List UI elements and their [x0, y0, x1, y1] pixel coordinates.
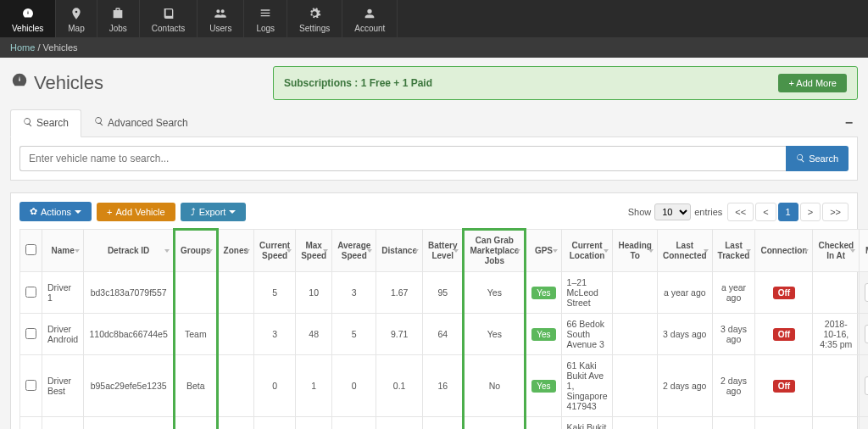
show-entries: Show 10 entries — [628, 203, 723, 220]
tab-search[interactable]: Search — [10, 109, 81, 137]
cell: 16 — [423, 355, 464, 417]
col-max-speed[interactable]: Max Speed — [296, 230, 332, 272]
breadcrumb-home[interactable]: Home — [10, 42, 35, 53]
cell: 0 — [254, 355, 296, 417]
top-nav: VehiclesMapJobsContactsUsersLogsSettings… — [0, 0, 868, 37]
nav-label: Vehicles — [12, 24, 43, 33]
pager-next[interactable]: > — [800, 203, 821, 221]
col-map[interactable]: Map — [860, 230, 868, 272]
table-row: Driver Bestb95ac29efe5e1235Beta0100.116N… — [20, 355, 869, 417]
pager-first[interactable]: << — [727, 203, 754, 221]
cell: 8 days ago — [712, 417, 755, 430]
map-button[interactable] — [865, 283, 868, 302]
cell — [613, 417, 657, 430]
breadcrumb-current: Vehicles — [43, 42, 78, 53]
col-name[interactable]: Name — [42, 230, 84, 272]
search-input[interactable] — [19, 146, 786, 171]
nav-vehicles[interactable]: Vehicles — [0, 0, 56, 37]
cell — [613, 314, 657, 355]
col-battery-level[interactable]: Battery Level — [423, 230, 464, 272]
col-checked-in-at[interactable]: Checked In At — [813, 230, 860, 272]
col-average-speed[interactable]: Average Speed — [332, 230, 376, 272]
connection-badge: Off — [773, 287, 795, 299]
cell: Yes — [526, 355, 561, 417]
col-heading-to[interactable]: Heading To — [613, 230, 657, 272]
cell — [860, 355, 868, 417]
col-can-grab-marketplace-jobs[interactable]: Can Grab Marketplace Jobs — [464, 230, 526, 272]
cell: 2018-10-16, 4:35 pm — [813, 314, 860, 355]
gauge-icon — [10, 71, 29, 95]
cell: 10 — [296, 272, 332, 314]
cell: b95ac29efe5e1235 — [84, 355, 175, 417]
col-connection[interactable]: Connection — [755, 230, 813, 272]
search-button-label: Search — [809, 153, 838, 164]
col-distance[interactable]: Distance — [376, 230, 423, 272]
nav-jobs[interactable]: Jobs — [97, 0, 140, 37]
cell: 287c61b46b4e99a3 — [84, 417, 175, 430]
gps-badge: Yes — [531, 328, 555, 341]
col-detrack-id[interactable]: Detrack ID — [84, 230, 175, 272]
row-checkbox[interactable] — [25, 328, 36, 339]
cell: 8 days ago — [657, 417, 712, 430]
cell: 110dc8bac66744e5 — [84, 314, 175, 355]
nav-logs[interactable]: Logs — [244, 0, 287, 37]
cell: Yes — [464, 272, 526, 314]
cell: Off — [755, 272, 813, 314]
col-gps[interactable]: GPS — [526, 230, 561, 272]
col-last-connected[interactable]: Last Connected — [657, 230, 712, 272]
table-row: Driver iOS287c61b46b4e99a3Alpha0504.7630… — [20, 417, 869, 430]
map-button[interactable] — [865, 325, 868, 343]
pager-top: << < 1 > >> — [727, 203, 849, 221]
tab-advanced-search[interactable]: Advanced Search — [81, 109, 201, 136]
cell: Yes — [526, 314, 561, 355]
cell — [860, 417, 868, 430]
cell: Yes — [464, 314, 526, 355]
col-last-tracked[interactable]: Last Tracked — [712, 230, 755, 272]
col-zones[interactable]: Zones — [217, 230, 253, 272]
pager-prev[interactable]: < — [755, 203, 776, 221]
pager-last[interactable]: >> — [822, 203, 849, 221]
page-size-select[interactable]: 10 — [654, 203, 691, 220]
cell: No — [464, 417, 526, 430]
col-current-speed[interactable]: Current Speed — [254, 230, 296, 272]
cell: 9.71 — [376, 314, 423, 355]
minimize-button[interactable]: − — [840, 115, 858, 131]
cell: 2 days ago — [657, 355, 712, 417]
cell — [217, 355, 253, 417]
cell: Alpha — [175, 417, 218, 430]
nav-settings[interactable]: Settings — [287, 0, 342, 37]
actions-button[interactable]: ✿ Actions — [19, 202, 92, 221]
tab-search-label: Search — [36, 117, 69, 129]
row-checkbox[interactable] — [25, 380, 36, 391]
map-button[interactable] — [865, 376, 868, 395]
tab-advanced-label: Advanced Search — [108, 117, 188, 129]
table-panel: ✿ Actions + Add Vehicle ⤴ Export Show 10… — [10, 192, 858, 429]
show-label: Show — [628, 207, 652, 217]
nav-map[interactable]: Map — [56, 0, 97, 37]
add-vehicle-button[interactable]: + Add Vehicle — [97, 203, 175, 221]
users-icon — [214, 7, 227, 24]
row-checkbox[interactable] — [25, 287, 36, 298]
nav-label: Map — [68, 24, 84, 33]
nav-users[interactable]: Users — [198, 0, 244, 37]
select-all-checkbox[interactable] — [25, 244, 36, 255]
export-button[interactable]: ⤴ Export — [181, 203, 247, 221]
search-button[interactable]: Search — [786, 146, 849, 171]
col-current-location[interactable]: Current Location — [561, 230, 613, 272]
export-label: Export — [199, 207, 226, 217]
col-groups[interactable]: Groups — [175, 230, 218, 272]
cell: 3 days ago — [657, 314, 712, 355]
cell — [813, 355, 860, 417]
cell — [217, 417, 253, 430]
add-more-button[interactable]: + Add More — [778, 74, 847, 92]
cell: a year ago — [657, 272, 712, 314]
pager-page[interactable]: 1 — [778, 203, 798, 221]
cell — [813, 272, 860, 314]
search-panel: Search — [10, 137, 858, 181]
nav-contacts[interactable]: Contacts — [140, 0, 198, 37]
actions-label: Actions — [41, 207, 71, 217]
cell: 2 days ago — [712, 355, 755, 417]
cell — [217, 272, 253, 314]
list-icon — [259, 7, 272, 24]
nav-account[interactable]: Account — [342, 0, 398, 37]
